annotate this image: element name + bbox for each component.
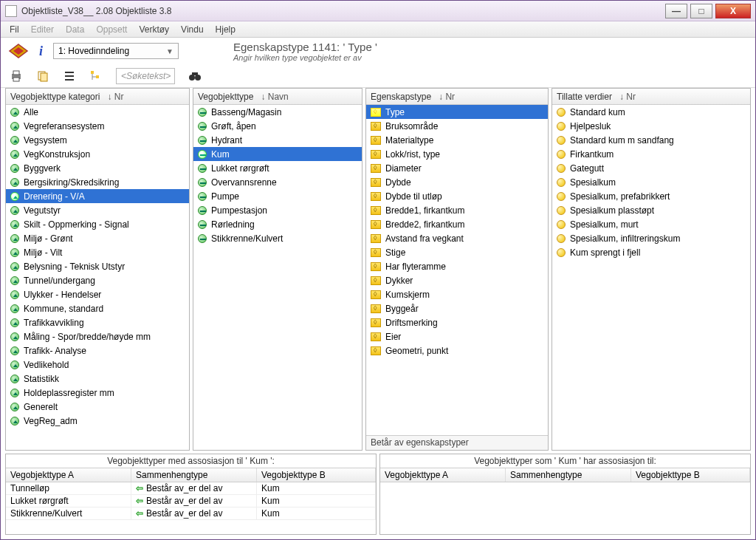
- list-item[interactable]: Avstand fra vegkant: [366, 231, 548, 245]
- list-item[interactable]: Skilt - Oppmerking - Signal: [6, 217, 189, 231]
- list-item[interactable]: Gategutt: [552, 161, 750, 175]
- assoc-left-h2[interactable]: Sammenhengtype: [131, 468, 257, 482]
- list-item[interactable]: Diameter: [366, 161, 548, 175]
- menu-verktøy[interactable]: Verktøy: [134, 23, 173, 36]
- list-item[interactable]: Kommune, standard: [6, 301, 189, 315]
- assoc-right-h1[interactable]: Vegobjekttype A: [380, 468, 506, 482]
- list-item-label: Kum sprengt i fjell: [570, 247, 640, 258]
- col-objecttype-header[interactable]: Vegobjekttype ↓ Navn: [193, 89, 362, 105]
- list-icon[interactable]: [63, 69, 76, 83]
- col-property-header[interactable]: Egenskapstype ↓ Nr: [366, 89, 548, 105]
- list-item[interactable]: Måling - Spor/bredde/høyde mm: [6, 329, 189, 344]
- menu-hjelp[interactable]: Hjelp: [211, 23, 240, 36]
- assoc-left-h3[interactable]: Vegobjekttype B: [257, 468, 376, 482]
- menu-data[interactable]: Data: [61, 23, 89, 36]
- info-icon[interactable]: i: [39, 44, 43, 59]
- list-item[interactable]: Hjelpesluk: [552, 119, 750, 133]
- division-combobox[interactable]: 1: Hovedinndeling ▼: [53, 43, 179, 59]
- list-item[interactable]: Holdeplassregister mm: [6, 386, 189, 400]
- list-item[interactable]: Driftsmerking: [366, 315, 548, 329]
- list-item[interactable]: Materialtype: [366, 133, 548, 147]
- list-item-label: Diameter: [385, 163, 422, 174]
- list-item[interactable]: Statistikk: [6, 372, 189, 386]
- list-item[interactable]: Type: [366, 105, 548, 119]
- list-item[interactable]: Standard kum: [552, 105, 750, 119]
- list-item[interactable]: Lokk/rist, type: [366, 147, 548, 161]
- list-item[interactable]: Kumskjerm: [366, 287, 548, 301]
- list-item[interactable]: Spesialkum, murt: [552, 217, 750, 231]
- list-item[interactable]: Tunnel/undergang: [6, 273, 189, 287]
- list-item[interactable]: Bredde1, firkantkum: [366, 203, 548, 217]
- list-item[interactable]: Dybde: [366, 175, 548, 189]
- list-item[interactable]: Spesialkum: [552, 175, 750, 189]
- list-item[interactable]: Pumpestasjon: [193, 203, 362, 217]
- list-item[interactable]: Ulykker - Hendelser: [6, 287, 189, 301]
- list-item[interactable]: Byggverk: [6, 161, 189, 175]
- menu-oppsett[interactable]: Oppsett: [92, 23, 131, 36]
- list-item-label: Hjelpesluk: [570, 121, 611, 131]
- list-item[interactable]: Bredde2, firkantkum: [366, 217, 548, 231]
- list-item[interactable]: Dybde til utløp: [366, 189, 548, 203]
- list-item[interactable]: Trafikkavvikling: [6, 315, 189, 329]
- assoc-left-h1[interactable]: Vegobjekttype A: [6, 468, 131, 482]
- list-item[interactable]: Belysning - Teknisk Utstyr: [6, 259, 189, 273]
- list-item[interactable]: VegReg_adm: [6, 414, 189, 428]
- list-item[interactable]: Pumpe: [193, 189, 362, 203]
- list-item[interactable]: Spesialkum plasstøpt: [552, 203, 750, 217]
- assoc-row[interactable]: Stikkrenne/Kulvert⇦Består av_er del avKu…: [6, 507, 376, 520]
- list-item[interactable]: Eier: [366, 329, 548, 344]
- assoc-row[interactable]: Tunnelløp⇦Består av_er del avKum: [6, 482, 376, 495]
- list-item[interactable]: Miljø - Vilt: [6, 245, 189, 259]
- list-item[interactable]: Geometri, punkt: [366, 344, 548, 358]
- assoc-right-h3[interactable]: Vegobjekttype B: [631, 468, 750, 482]
- list-item[interactable]: VegKonstruksjon: [6, 147, 189, 161]
- list-item[interactable]: Trafikk- Analyse: [6, 344, 189, 358]
- list-item[interactable]: Stige: [366, 245, 548, 259]
- list-item[interactable]: Byggeår: [366, 301, 548, 315]
- print-icon[interactable]: [10, 69, 23, 83]
- list-item[interactable]: Drenering - V/A: [6, 189, 189, 203]
- menu-fil[interactable]: Fil: [5, 23, 24, 36]
- search-input[interactable]: <Søketekst>: [116, 68, 175, 84]
- list-item-label: Belysning - Teknisk Utstyr: [24, 262, 125, 272]
- list-item[interactable]: Grøft, åpen: [193, 119, 362, 133]
- list-item[interactable]: Bruksområde: [366, 119, 548, 133]
- list-item[interactable]: Spesialkum, prefabrikkert: [552, 189, 750, 203]
- list-item[interactable]: Miljø - Grønt: [6, 231, 189, 245]
- list-item[interactable]: Dykker: [366, 273, 548, 287]
- list-item[interactable]: Firkantkum: [552, 147, 750, 161]
- list-item[interactable]: Kum: [193, 147, 362, 161]
- list-item[interactable]: Overvannsrenne: [193, 175, 362, 189]
- list-item[interactable]: Rørledning: [193, 217, 362, 231]
- menu-vindu[interactable]: Vindu: [176, 23, 207, 36]
- tree-icon[interactable]: [89, 69, 103, 83]
- list-item[interactable]: Har flyteramme: [366, 259, 548, 273]
- col-property-footer[interactable]: Betår av egenskapstyper: [366, 435, 548, 450]
- top-toolbar: i 1: Hovedinndeling ▼ Egenskapstype 1141…: [1, 38, 755, 64]
- list-item[interactable]: Stikkrenne/Kulvert: [193, 231, 362, 245]
- list-item[interactable]: Hydrant: [193, 133, 362, 147]
- list-item[interactable]: Kum sprengt i fjell: [552, 245, 750, 259]
- maximize-button[interactable]: □: [690, 4, 712, 18]
- col-values-header[interactable]: Tillatte verdier ↓ Nr: [552, 89, 750, 105]
- list-item[interactable]: Standard kum m sandfang: [552, 133, 750, 147]
- list-item[interactable]: Vegsystem: [6, 133, 189, 147]
- binoculars-icon[interactable]: [188, 69, 202, 83]
- list-item[interactable]: Generelt: [6, 400, 189, 414]
- copy-icon[interactable]: [36, 69, 49, 83]
- list-item[interactable]: Alle: [6, 105, 189, 119]
- close-button[interactable]: X: [715, 4, 751, 18]
- list-item[interactable]: Vedlikehold: [6, 358, 189, 372]
- assoc-row[interactable]: Lukket rørgrøft⇦Består av_er del avKum: [6, 495, 376, 507]
- list-item[interactable]: Lukket rørgrøft: [193, 161, 362, 175]
- minimize-button[interactable]: —: [665, 4, 687, 18]
- dash-icon: [198, 164, 207, 173]
- assoc-right-h2[interactable]: Sammenhengtype: [506, 468, 631, 482]
- menu-editer[interactable]: Editer: [27, 23, 58, 36]
- col-category-header[interactable]: Vegobjekttype kategori ↓ Nr: [6, 89, 189, 105]
- list-item[interactable]: Spesialkum, infiltreringskum: [552, 231, 750, 245]
- list-item[interactable]: Vegutstyr: [6, 203, 189, 217]
- list-item[interactable]: Vegreferansesystem: [6, 119, 189, 133]
- list-item[interactable]: Basseng/Magasin: [193, 105, 362, 119]
- list-item[interactable]: Bergsikring/Skredsikring: [6, 175, 189, 189]
